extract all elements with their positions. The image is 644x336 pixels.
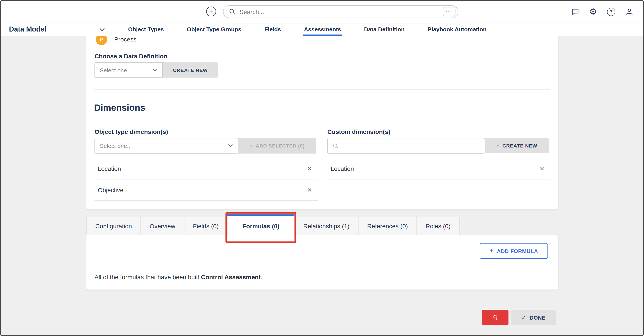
tab-fields[interactable]: Fields (0) [184,217,228,235]
custom-dimension-search[interactable] [328,138,485,154]
tab-overview[interactable]: Overview [140,217,184,235]
done-label: DONE [530,314,546,321]
delete-button[interactable] [482,310,508,325]
remove-dimension-button[interactable]: ✕ [540,166,545,172]
settings-button[interactable]: ⚙ [588,7,598,17]
tab-formulas[interactable]: Formulas (0) [227,214,294,236]
create-new-data-definition-button[interactable]: CREATE NEW [162,62,218,78]
object-type-dimension-select[interactable]: Select one... [94,138,238,154]
tab-relationships[interactable]: Relationships (1) [294,217,358,235]
search-icon [229,8,236,15]
nav-data-definition[interactable]: Data Definition [363,23,406,36]
navbar: Data Model Object Types Object Type Grou… [0,23,644,36]
nav-fields[interactable]: Fields [263,23,282,36]
data-definition-label: Choose a Data Definition [94,52,167,60]
custom-dimension-list: Location ✕ [328,158,551,180]
formulas-description: All of the formulas that have been built… [94,274,262,280]
user-icon [625,7,634,16]
remove-dimension-button[interactable]: ✕ [307,187,312,193]
add-selected-button[interactable]: + ADD SELECTED (0) [238,138,316,154]
data-definition-select[interactable]: Select one... [94,62,162,78]
done-button[interactable]: ✓ DONE [511,310,556,325]
gear-icon: ⚙ [589,7,597,16]
user-menu-button[interactable] [624,7,634,17]
add-formula-label: ADD FORMULA [497,248,538,254]
tab-roles[interactable]: Roles (0) [416,217,460,235]
screen: + ··· ⚙ ? Data Model Objec [0,0,644,336]
plus-icon: + [490,247,494,254]
create-new-label: CREATE NEW [502,143,537,148]
chevron-down-icon [99,28,105,31]
tab-bar: Configuration Overview Fields (0) Formul… [86,214,460,235]
data-definition-select-value: Select one... [100,67,132,73]
object-type-dimension-select-value: Select one... [100,142,132,149]
custom-dimensions-label: Custom dimension(s) [328,128,390,135]
add-formula-button[interactable]: + ADD FORMULA [480,243,548,259]
add-selected-label: ADD SELECTED (0) [256,143,305,149]
plus-icon: + [250,143,253,149]
nav-object-type-groups[interactable]: Object Type Groups [186,23,242,36]
help-icon: ? [607,8,615,16]
section-divider [94,89,550,90]
module-selector-label: Data Model [9,26,46,34]
list-item: Location ✕ [328,158,551,180]
create-new-label: CREATE NEW [173,67,208,73]
nav-items: Object Types Object Type Groups Fields A… [127,23,488,36]
topbar: + ··· ⚙ ? [0,0,644,23]
formulas-description-prefix: All of the formulas that have been built [94,274,201,280]
search-icon [332,143,339,149]
global-search[interactable]: ··· [223,6,458,18]
object-type-dimensions-label: Object type dimension(s) [94,128,168,135]
dimension-name: Objective [98,186,124,193]
formulas-description-suffix: . [261,274,262,280]
search-options-button[interactable]: ··· [443,7,456,16]
formulas-panel: + ADD FORMULA All of the formulas that h… [86,235,558,290]
chat-icon [571,7,580,16]
dimension-name: Location [98,165,121,172]
dimension-name: Location [331,165,354,172]
list-item: Location ✕ [94,158,318,180]
search-input[interactable] [240,8,443,15]
plus-icon: + [209,7,213,15]
create-new-custom-dimension-button[interactable]: + CREATE NEW [485,138,549,153]
close-icon: ✕ [307,165,312,172]
check-icon: ✓ [522,314,526,321]
close-icon: ✕ [540,165,545,172]
object-type-dimension-list: Location ✕ Objective ✕ [94,158,318,201]
chevron-down-icon [228,144,233,148]
list-item: Objective ✕ [94,180,318,201]
chat-button[interactable] [570,7,580,17]
remove-dimension-button[interactable]: ✕ [307,166,312,172]
ellipsis-icon: ··· [446,8,452,15]
trash-icon [492,314,499,321]
custom-dimension-search-input[interactable] [342,142,480,149]
quick-create-button[interactable]: + [206,6,216,16]
help-button[interactable]: ? [606,7,616,17]
formulas-description-object: Control Assessment [201,274,261,280]
module-selector[interactable]: Data Model [0,23,117,36]
topbar-actions: ⚙ ? [570,0,634,23]
nav-assessments[interactable]: Assessments [303,23,342,36]
nav-object-types[interactable]: Object Types [127,23,165,36]
nav-playbook-automation[interactable]: Playbook Automation [426,23,488,36]
tab-configuration[interactable]: Configuration [86,217,141,235]
tab-references[interactable]: References (0) [358,217,417,235]
dimensions-heading: Dimensions [94,102,145,113]
assessment-card: P Process Choose a Data Definition Selec… [86,36,558,210]
plus-icon: + [496,143,500,148]
close-icon: ✕ [307,186,312,193]
chevron-down-icon [152,68,158,72]
